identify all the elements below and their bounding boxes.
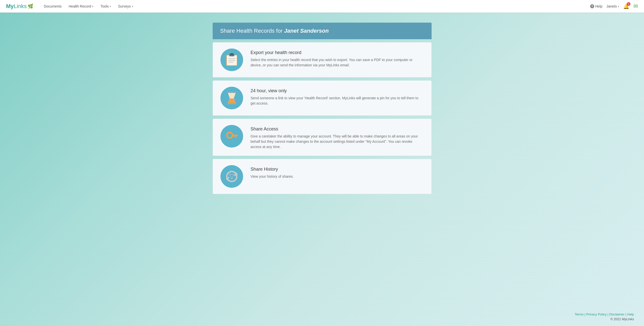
footer-terms[interactable]: Terms	[575, 312, 583, 316]
brand-logo[interactable]: MyLinks 🌿	[6, 3, 33, 10]
svg-rect-16	[233, 136, 235, 137]
health-record-dropdown-icon: ▾	[92, 5, 93, 8]
svg-marker-8	[228, 92, 236, 98]
navbar-right: ? Help Janets ▾ 🔔 4 ✉	[590, 3, 638, 10]
view-only-card-text: 24 hour, view only Send someone a link t…	[251, 87, 424, 106]
share-access-icon-wrapper	[220, 125, 243, 148]
svg-rect-10	[227, 92, 236, 93]
svg-line-22	[230, 174, 232, 178]
svg-rect-5	[228, 60, 235, 61]
svg-line-23	[232, 174, 234, 178]
brand-my: My	[6, 3, 14, 10]
footer-privacy[interactable]: Privacy Policy	[586, 312, 607, 316]
page-header-prefix: Share Health Records for	[220, 28, 284, 34]
footer-copyright: © 2021 MyLinks	[10, 317, 634, 321]
footer-disclaimer[interactable]: Disclaimer	[609, 312, 625, 316]
share-history-card[interactable]: Share History View your history of share…	[213, 159, 432, 194]
nav-surveys[interactable]: Surveys ▾	[115, 2, 136, 10]
notification-badge: 4	[627, 2, 630, 6]
nav-tools[interactable]: Tools ▾	[97, 2, 114, 10]
nav-documents[interactable]: Documents	[41, 2, 65, 10]
brand-tree-icon: 🌿	[28, 4, 33, 9]
svg-rect-3	[230, 53, 233, 55]
messages-icon[interactable]: ✉	[633, 3, 638, 10]
page-header: Share Health Records for Janet Sanderson	[213, 23, 432, 39]
page-header-name: Janet Sanderson	[284, 28, 329, 34]
surveys-dropdown-icon: ▾	[132, 5, 133, 8]
footer-help[interactable]: Help	[627, 312, 634, 316]
content-wrapper: Share Health Records for Janet Sanderson	[213, 23, 432, 194]
view-only-card-title: 24 hour, view only	[251, 88, 424, 94]
svg-rect-15	[235, 136, 237, 138]
svg-rect-6	[228, 62, 233, 63]
share-history-card-text: Share History View your history of share…	[251, 165, 294, 179]
user-menu[interactable]: Janets ▾	[607, 4, 619, 8]
hourglass-icon	[224, 90, 239, 106]
nav-health-record[interactable]: Health Record ▾	[66, 2, 97, 10]
help-question-icon: ?	[590, 4, 594, 8]
key-icon	[224, 129, 239, 144]
notifications-bell[interactable]: 🔔 4	[623, 3, 629, 9]
footer: Terms | Privacy Policy | Disclaimer | He…	[0, 307, 644, 326]
view-only-card-description: Send someone a link to view your 'Health…	[251, 96, 424, 106]
brand-links: Links	[14, 3, 27, 10]
svg-point-13	[228, 133, 232, 137]
share-history-icon-wrapper	[220, 165, 243, 188]
main-content: Share Health Records for Janet Sanderson	[0, 13, 644, 307]
view-only-card[interactable]: 24 hour, view only Send someone a link t…	[213, 80, 432, 116]
export-card[interactable]: Export your health record Select the ent…	[213, 42, 432, 77]
export-card-description: Select the entries in your health record…	[251, 57, 424, 68]
navbar: MyLinks 🌿 Documents Health Record ▾ Tool…	[0, 0, 644, 13]
footer-links: Terms | Privacy Policy | Disclaimer | He…	[10, 312, 634, 316]
share-history-icon	[224, 169, 239, 184]
share-access-card[interactable]: Share Access Give a caretaker the abilit…	[213, 119, 432, 156]
svg-rect-14	[232, 135, 238, 136]
svg-rect-11	[227, 103, 236, 104]
user-dropdown-icon: ▾	[618, 5, 619, 8]
svg-rect-4	[228, 58, 235, 59]
svg-marker-9	[228, 99, 236, 104]
help-button[interactable]: ? Help	[590, 4, 602, 8]
share-access-card-title: Share Access	[251, 126, 424, 132]
export-card-text: Export your health record Select the ent…	[251, 49, 424, 68]
view-only-icon-wrapper	[220, 87, 243, 109]
clipboard-icon	[224, 52, 239, 67]
tools-dropdown-icon: ▾	[110, 5, 111, 8]
nav-items: Documents Health Record ▾ Tools ▾ Survey…	[41, 2, 590, 10]
share-history-card-description: View your history of shares.	[251, 174, 294, 179]
export-card-title: Export your health record	[251, 50, 424, 55]
share-history-card-title: Share History	[251, 167, 294, 172]
share-access-card-text: Share Access Give a caretaker the abilit…	[251, 125, 424, 150]
share-access-card-description: Give a caretaker the ability to manage y…	[251, 134, 424, 150]
export-icon-wrapper	[220, 49, 243, 71]
